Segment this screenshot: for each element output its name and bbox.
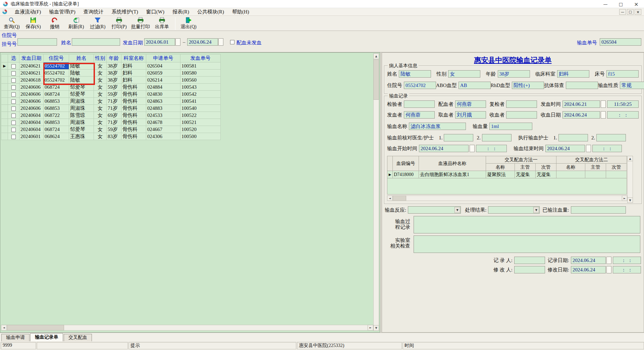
precheck-staff-1-field[interactable] [444, 134, 473, 141]
result-dropdown[interactable]: ▼ [488, 206, 540, 214]
row-select-checkbox[interactable] [11, 128, 16, 132]
tab-2[interactable]: 输血记录单 [30, 333, 63, 341]
start-date-field[interactable]: 2024.06.24 [419, 145, 469, 152]
patient-sex-field[interactable]: 女 [448, 70, 480, 78]
patient-name-field[interactable]: 陆敏 [399, 70, 431, 78]
row-select-checkbox[interactable] [11, 85, 16, 90]
recorder-field[interactable] [514, 257, 545, 264]
tab-1[interactable]: 输血申请 [1, 334, 30, 341]
menu-item-4[interactable]: 系统维护(T) [108, 8, 142, 16]
start-time-field[interactable]: : : [476, 145, 507, 152]
checker-field[interactable] [404, 100, 435, 108]
row-select-checkbox[interactable] [11, 99, 16, 104]
menu-item-1[interactable]: 血液流动(F) [11, 8, 45, 16]
toolbar-button-print-out[interactable]: 出库单 [152, 16, 172, 30]
grid-row[interactable]: 20240606068853周淑珠女71岁骨伤科024883100540 [1, 105, 221, 112]
grid-column-header-8[interactable]: 发血单号 [180, 54, 221, 62]
horizontal-scroll-thumb[interactable] [7, 325, 64, 331]
record-time-field[interactable]: : : [613, 257, 641, 264]
menu-item-5[interactable]: 窗口(W) [142, 8, 168, 16]
toolbar-button-exit[interactable]: 退出(Q) [178, 16, 199, 30]
row-select-checkbox[interactable] [11, 92, 16, 97]
end-date-field[interactable]: 2024.06.24 [545, 145, 585, 152]
exec-nurse-1-field[interactable] [558, 134, 588, 141]
patient-name-input[interactable] [72, 38, 120, 46]
issuer-field[interactable]: 何燕蓉 [404, 111, 435, 119]
clinical-dept-field[interactable]: 妇科 [557, 70, 589, 78]
dropdown-arrow-icon[interactable]: ▼ [454, 207, 460, 213]
grid-row[interactable]: 20240606068724邹爱琴女59岁骨伤科024884100543 [1, 84, 221, 91]
end-time-field[interactable]: : : [592, 145, 622, 152]
record-date-spinner[interactable] [606, 257, 611, 264]
crossmatch-scroll-left-button[interactable]: ◄ [387, 195, 392, 201]
row-select-checkbox[interactable] [11, 135, 16, 139]
menu-item-3[interactable]: 查询统计 [79, 8, 108, 16]
start-date-spinner[interactable] [470, 145, 475, 152]
crossmatch-vertical-scrollbar[interactable] [627, 156, 633, 203]
close-button[interactable]: × [629, 0, 644, 8]
grid-column-header-3[interactable]: 姓名 [69, 54, 94, 62]
issue-date-field[interactable]: 2024.06.21 [562, 100, 600, 108]
scroll-left-button[interactable]: ◄ [1, 325, 7, 331]
menu-item-6[interactable]: 报表(R) [168, 8, 193, 16]
grid-column-header-4[interactable]: 性别 [94, 54, 107, 62]
infused-volume-field[interactable] [571, 206, 626, 214]
transfusion-nature-field[interactable]: 常规 [620, 82, 644, 89]
grid-column-header-0[interactable]: 选 [8, 54, 19, 62]
tab-3[interactable]: 交叉配血 [64, 334, 92, 341]
modify-time-field[interactable]: : : [613, 266, 641, 273]
menu-item-7[interactable]: 公共模块(R) [193, 8, 228, 16]
grid-row[interactable]: 2024062105524702陆敏女38岁妇科026059100580 [1, 70, 221, 77]
receive-date-field[interactable]: 2024.06.24 [562, 111, 600, 119]
grid-row[interactable]: 20240604068724邹爱琴女59岁骨伤科024667100520 [1, 126, 221, 133]
patient-age-field[interactable]: 38岁 [498, 70, 530, 78]
minimize-button[interactable]: — [598, 0, 613, 8]
grid-row[interactable]: 20240604068853周淑珠女71岁骨伤科024678100521 [1, 119, 221, 126]
row-select-checkbox[interactable] [11, 106, 16, 111]
crossmatch-horizontal-scrollbar[interactable] [387, 195, 627, 201]
scroll-up-button[interactable]: ▲ [373, 53, 379, 59]
grid-row[interactable]: ▶2024062105524702陆敏女38岁妇科026504100581 [1, 62, 221, 70]
grid-column-header-2[interactable]: 住院号 [44, 54, 69, 62]
toolbar-button-search[interactable]: 查询(Q) [1, 16, 22, 30]
crossmatch-scroll-right-button[interactable]: ► [622, 195, 627, 201]
bed-no-field[interactable]: f15 [606, 70, 639, 78]
grid-row[interactable]: 20240601068624王惠珠女83岁骨伤科024306100500 [1, 133, 221, 140]
blood-volume-field[interactable]: 1ml [489, 123, 532, 130]
crossmatch-scroll-up-button[interactable]: ▲ [627, 156, 633, 161]
modifier-field[interactable] [514, 266, 545, 273]
rechecker-field[interactable] [506, 100, 537, 108]
precheck-staff-2-field[interactable] [482, 134, 512, 141]
toolbar-button-filter[interactable]: 过滤(R) [87, 16, 108, 30]
mdi-restore-button[interactable]: □ [627, 9, 634, 15]
mdi-close-button[interactable]: × [635, 9, 641, 15]
crossmatch-row[interactable]: ▶D7418000去白细胞新鲜冰冻血浆1凝聚胺法无凝集无凝集 [387, 171, 627, 178]
inpatient-no-field[interactable]: 05524702 [404, 82, 436, 89]
date-from-spinner[interactable] [175, 38, 180, 46]
receiver-field[interactable] [506, 111, 537, 119]
modify-date-field[interactable]: 2024.06.24 [571, 266, 606, 273]
date-to-spinner[interactable] [218, 38, 223, 46]
toolbar-button-undo[interactable]: 撤销 [44, 16, 65, 30]
grid-row[interactable]: 20240604068722陈雪琼女69岁骨伤科024533100522 [1, 112, 221, 119]
rhd-blood-type-field[interactable]: 阳性(+) [512, 82, 544, 89]
mdi-minimize-button[interactable]: — [619, 9, 626, 15]
vertical-scroll-thumb[interactable] [373, 59, 379, 100]
row-select-checkbox[interactable] [11, 121, 16, 125]
date-to-input[interactable]: 2024.06.24 [187, 38, 218, 46]
modify-date-spinner[interactable] [606, 266, 611, 273]
process-record-textarea[interactable] [414, 216, 640, 233]
transfusion-order-no-input[interactable]: 026504 [600, 38, 641, 46]
inpatient-no-input[interactable] [17, 38, 57, 46]
crossmatch-scroll-down-button[interactable]: ▼ [627, 198, 633, 203]
scroll-right-button[interactable]: ► [368, 325, 373, 331]
row-select-checkbox[interactable] [11, 114, 16, 118]
toolbar-button-save[interactable]: 保存(S) [23, 16, 44, 30]
grid-row[interactable]: 20240606068724邹爱琴女59岁骨伤科024830100542 [1, 91, 221, 98]
blood-product-name-field[interactable]: 滤白冰冻血浆 [409, 123, 466, 130]
grid-row[interactable]: 20240606068853周淑珠女71岁骨伤科024863100541 [1, 98, 221, 105]
antibody-screen-field[interactable] [566, 82, 598, 89]
row-select-checkbox[interactable] [11, 71, 16, 76]
receive-time-field[interactable]: : : [607, 111, 639, 119]
dropdown-arrow-icon[interactable]: ▼ [533, 207, 539, 213]
